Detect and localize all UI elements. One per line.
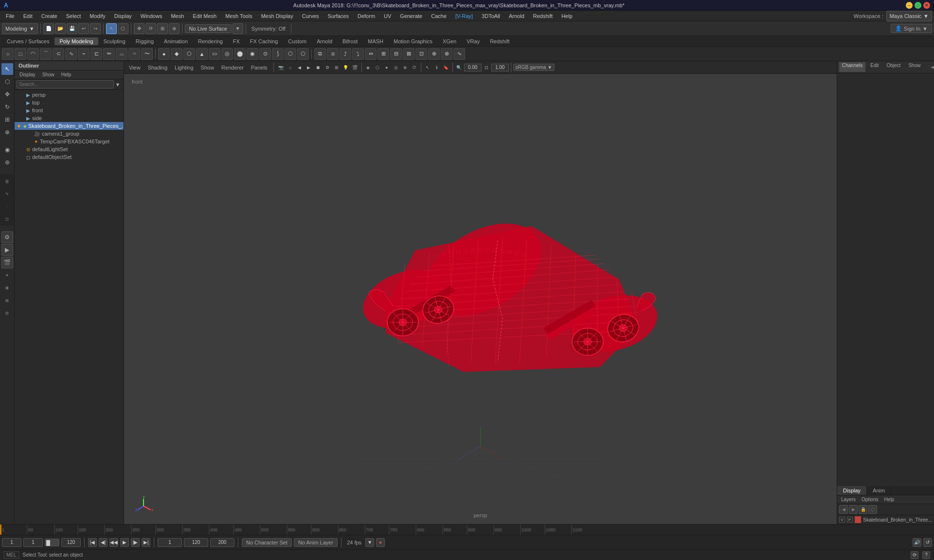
new-scene-btn[interactable]: 📄 bbox=[43, 23, 54, 34]
layer-item[interactable]: V P Skateboard_Broken_in_Three... bbox=[837, 515, 934, 524]
menu-display[interactable]: Display bbox=[110, 12, 136, 20]
tab-fx-caching[interactable]: FX Caching bbox=[245, 37, 283, 45]
display-layers-tool[interactable]: ≡ bbox=[1, 269, 13, 281]
outliner-search-input[interactable] bbox=[17, 80, 114, 88]
tab-poly-modeling[interactable]: Poly Modeling bbox=[54, 37, 98, 45]
shelf-extrude-btn[interactable]: ⊠ bbox=[403, 48, 414, 60]
vp-menu-shading[interactable]: Shading bbox=[145, 64, 170, 71]
tab-motion-graphics[interactable]: Motion Graphics bbox=[389, 37, 437, 45]
shelf-separate-btn[interactable]: ⊟ bbox=[390, 48, 402, 60]
start-frame-input[interactable] bbox=[2, 538, 21, 547]
tab-animation[interactable]: Animation bbox=[159, 37, 193, 45]
play-forward-btn[interactable]: ▶ bbox=[120, 538, 129, 547]
shelf-soccer-btn[interactable]: ⬡ bbox=[285, 48, 296, 60]
shelf-parent-btn[interactable]: ⤴ bbox=[340, 48, 351, 60]
options-btn[interactable]: Options bbox=[860, 496, 880, 503]
shelf-platonic-btn[interactable]: ⬠ bbox=[297, 48, 309, 60]
outliner-item-objectset[interactable]: ◻ defaultObjectSet bbox=[15, 153, 124, 161]
scale-tool[interactable]: ⊞ bbox=[1, 114, 13, 125]
graph-editor-tool[interactable]: ⊡ bbox=[1, 307, 13, 319]
step-back-btn[interactable]: ◀| bbox=[99, 538, 108, 547]
vp-shader-icon[interactable]: ◈ bbox=[364, 63, 373, 72]
shelf-arc-btn[interactable]: ◠ bbox=[27, 48, 39, 60]
shelf-ungrp-btn[interactable]: ⧈ bbox=[327, 48, 339, 60]
rotate-tool[interactable]: ↻ bbox=[1, 101, 13, 113]
soft-select-tool[interactable]: ◉ bbox=[1, 144, 13, 156]
menu-curves[interactable]: Curves bbox=[298, 12, 323, 20]
vp-menu-panels[interactable]: Panels bbox=[248, 64, 270, 71]
help-btn[interactable]: Help bbox=[882, 496, 896, 503]
tab-redshift[interactable]: Redshift bbox=[485, 37, 514, 45]
live-surface-options-btn[interactable]: ▼ bbox=[233, 23, 243, 34]
outliner-item-skateboard-group[interactable]: ▼ ■ Skateboard_Broken_in_Three_Pieces_..… bbox=[15, 122, 124, 130]
maximize-button[interactable]: □ bbox=[915, 2, 921, 9]
layers-btn[interactable]: Layers bbox=[839, 496, 858, 503]
vp-next-icon[interactable]: ▶ bbox=[305, 63, 313, 72]
vp-menu-view[interactable]: View bbox=[126, 64, 144, 71]
shelf-pencil-btn[interactable]: ✏ bbox=[103, 48, 115, 60]
ch-tab-channels[interactable]: Channels bbox=[839, 62, 865, 72]
menu-modify[interactable]: Modify bbox=[86, 12, 109, 20]
render-settings-tool[interactable]: ⚙ bbox=[1, 231, 13, 243]
menu-vray[interactable]: [V-Ray] bbox=[451, 12, 477, 20]
auto-key-btn[interactable]: ● bbox=[376, 538, 385, 547]
menu-edit[interactable]: Edit bbox=[19, 12, 36, 20]
vp-home-icon[interactable]: ⌂ bbox=[286, 63, 295, 72]
range-end-input[interactable] bbox=[184, 538, 208, 547]
shelf-cylinder-btn[interactable]: ⬡ bbox=[183, 48, 195, 60]
vp-num1-input[interactable] bbox=[464, 64, 482, 71]
shelf-cv-btn[interactable]: ⌁ bbox=[78, 48, 90, 60]
timeline-range-slider[interactable] bbox=[45, 539, 59, 546]
ch-tab-edit[interactable]: Edit bbox=[867, 62, 881, 72]
outliner-item-persp[interactable]: ▶ persp bbox=[15, 91, 124, 99]
tab-sculpting[interactable]: Sculpting bbox=[99, 37, 130, 45]
shelf-bridge-btn[interactable]: ⊡ bbox=[415, 48, 427, 60]
current-frame-input[interactable] bbox=[23, 538, 43, 547]
vp-hud-icon[interactable]: ℹ bbox=[432, 63, 441, 72]
menu-arnold[interactable]: Arnold bbox=[505, 12, 528, 20]
da-tab-display[interactable]: Display bbox=[837, 486, 867, 495]
outliner-item-lightset[interactable]: ⊙ defaultLightSet bbox=[15, 145, 124, 153]
move-tool[interactable]: ✥ bbox=[1, 88, 13, 100]
vp-prev-icon[interactable]: ◀ bbox=[295, 63, 304, 72]
outliner-item-camera1-group[interactable]: 🎥 camera1_group bbox=[15, 130, 124, 138]
tab-xgen[interactable]: XGen bbox=[438, 37, 461, 45]
select-tool-btn[interactable]: ↖ bbox=[106, 23, 117, 34]
tab-mash[interactable]: MASH bbox=[363, 37, 388, 45]
ipr-render-tool[interactable]: ▶ bbox=[1, 244, 13, 256]
shelf-fill-btn[interactable]: ⊗ bbox=[441, 48, 452, 60]
outliner-menu-display[interactable]: Display bbox=[17, 71, 38, 78]
ch-tab-object[interactable]: Object bbox=[884, 62, 904, 72]
shelf-square-btn[interactable]: □ bbox=[15, 48, 26, 60]
menu-help[interactable]: Help bbox=[557, 12, 576, 20]
shelf-pipe-btn[interactable]: ⊙ bbox=[259, 48, 271, 60]
snap-grid-tool[interactable]: ||| bbox=[1, 175, 13, 187]
menu-surfaces[interactable]: Surfaces bbox=[324, 12, 353, 20]
snap-point-tool[interactable]: · bbox=[1, 200, 13, 212]
lasso-select-btn[interactable]: ⬡ bbox=[118, 23, 128, 34]
open-scene-btn[interactable]: 📂 bbox=[55, 23, 66, 34]
vp-grid-icon[interactable]: ⊞ bbox=[332, 63, 341, 72]
shelf-bezier2-btn[interactable]: 〜 bbox=[141, 48, 153, 60]
select-tool[interactable]: ↖ bbox=[1, 63, 13, 75]
shelf-unparent-btn[interactable]: ⤵ bbox=[352, 48, 364, 60]
menu-3dtoall[interactable]: 3DToAll bbox=[478, 12, 504, 20]
outliner-item-front[interactable]: ▶ front bbox=[15, 106, 124, 114]
tab-rigging[interactable]: Rigging bbox=[131, 37, 159, 45]
vp-num-icon[interactable]: ⊡ bbox=[482, 63, 491, 72]
shelf-cone-btn[interactable]: ▲ bbox=[196, 48, 208, 60]
vp-menu-renderer[interactable]: Renderer bbox=[218, 64, 247, 71]
tab-bifrost[interactable]: Bifrost bbox=[338, 37, 362, 45]
editor-tool[interactable]: ⊟ bbox=[1, 295, 13, 306]
menu-file[interactable]: File bbox=[2, 12, 18, 20]
no-anim-layer-btn[interactable]: No Anim Layer bbox=[294, 538, 338, 547]
vp-cam-icon[interactable]: 📷 bbox=[277, 63, 286, 72]
rsc-prev-btn[interactable]: ◀ bbox=[928, 63, 934, 71]
vp-isolate-icon[interactable]: ⊕ bbox=[401, 63, 410, 72]
tab-vray[interactable]: VRay bbox=[462, 37, 485, 45]
shelf-nurbs-sphere-btn[interactable]: ⬤ bbox=[234, 48, 246, 60]
move-tool-btn[interactable]: ✥ bbox=[134, 23, 144, 34]
outliner-menu-show[interactable]: Show bbox=[39, 71, 57, 78]
menu-edit-mesh[interactable]: Edit Mesh bbox=[189, 12, 220, 20]
sign-in-button[interactable]: 👤 Sign In ▼ bbox=[891, 24, 932, 33]
